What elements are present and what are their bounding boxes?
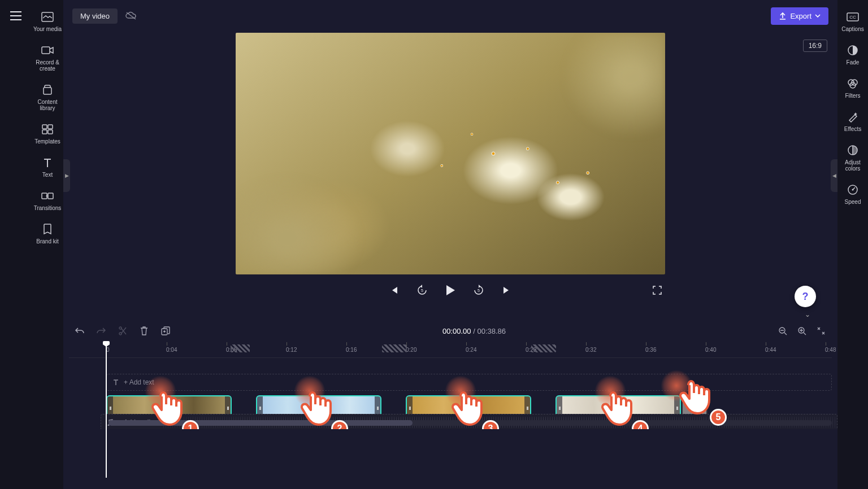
video-preview[interactable]: [236, 33, 665, 274]
ruler-tick: 0:48: [825, 342, 836, 357]
left-sidebar: Your media Record & create Content libra…: [32, 0, 63, 489]
undo-button[interactable]: [73, 325, 86, 337]
rpanel-label: Fade: [847, 59, 860, 66]
filters-icon: [846, 77, 860, 90]
sidebar-label: Brand kit: [36, 238, 58, 244]
chevron-down-icon: [815, 14, 821, 18]
ruler-tick: 0:40: [705, 342, 716, 357]
sidebar-item-brand-kit[interactable]: Brand kit: [32, 217, 63, 250]
sidebar-label: Content library: [33, 99, 62, 111]
sidebar-item-content-library[interactable]: Content library: [32, 77, 63, 117]
expand-right-panel[interactable]: ◀: [831, 159, 837, 192]
ruler-tick: 0:24: [466, 342, 476, 357]
zoom-in-button[interactable]: [796, 325, 808, 337]
aspect-ratio-badge[interactable]: 16:9: [803, 40, 827, 52]
current-time: 00:00.00: [442, 327, 471, 335]
skip-end-button[interactable]: [499, 282, 515, 298]
project-title[interactable]: My video: [72, 8, 118, 24]
help-collapse-icon[interactable]: ⌄: [805, 311, 810, 318]
tutorial-step-badge: 5: [710, 409, 727, 426]
rpanel-effects[interactable]: Effects: [837, 104, 868, 138]
sidebar-item-record-create[interactable]: Record & create: [32, 38, 63, 77]
text-track[interactable]: + Add text: [106, 374, 832, 391]
adjust-colors-icon: [846, 143, 860, 157]
duplicate-button[interactable]: [159, 325, 172, 337]
ruler-tick: 0:32: [585, 342, 596, 357]
rpanel-label: Effects: [844, 126, 861, 132]
export-button[interactable]: Export: [771, 7, 828, 25]
timeline-time-display: 00:00.00 / 00:38.86: [181, 327, 767, 335]
library-icon: [41, 83, 54, 97]
sidebar-item-templates[interactable]: Templates: [32, 117, 63, 150]
playback-controls: 5 5: [236, 282, 665, 298]
ruler-tick: 0:16: [346, 342, 357, 357]
svg-text:5: 5: [421, 289, 423, 292]
playhead[interactable]: [106, 342, 107, 478]
svg-rect-3: [42, 125, 47, 129]
text-track-label: + Add text: [124, 378, 154, 386]
sidebar-item-text[interactable]: Text: [32, 150, 63, 184]
sidebar-label: Record & create: [33, 59, 62, 72]
sidebar-label: Your media: [33, 26, 62, 32]
svg-text:5: 5: [478, 289, 480, 292]
rpanel-fade[interactable]: Fade: [837, 38, 868, 71]
redo-button[interactable]: [95, 325, 107, 337]
sidebar-label: Transitions: [34, 205, 62, 211]
captions-icon: CC: [846, 10, 860, 24]
svg-rect-2: [44, 88, 51, 94]
media-icon: [41, 10, 54, 24]
cloud-off-icon[interactable]: [125, 11, 137, 20]
play-button[interactable]: [442, 282, 458, 298]
timeline-ruler[interactable]: 00:040:080:120:160:200:240:280:320:360:4…: [69, 342, 832, 358]
ruler-tick: 0:12: [286, 342, 297, 357]
svg-rect-8: [48, 193, 53, 199]
rpanel-filters[interactable]: Filters: [837, 71, 868, 104]
rewind-5s-button[interactable]: 5: [414, 282, 430, 298]
ruler-selection-mark: [531, 344, 556, 352]
rpanel-label: Adjust colors: [839, 159, 867, 172]
delete-button[interactable]: [138, 325, 150, 337]
split-button[interactable]: [116, 325, 129, 337]
rpanel-label: Speed: [845, 199, 861, 205]
total-time: 00:38.86: [477, 327, 506, 335]
skip-start-button[interactable]: [386, 282, 402, 298]
fullscreen-button[interactable]: [649, 282, 665, 298]
upload-icon: [779, 12, 787, 20]
rpanel-adjust-colors[interactable]: Adjust colors: [837, 138, 868, 177]
svg-point-26: [852, 189, 854, 191]
effects-icon: [846, 110, 860, 124]
rpanel-label: Captions: [841, 26, 863, 32]
text-icon: [41, 156, 54, 169]
rpanel-speed[interactable]: Speed: [837, 177, 868, 211]
ruler-tick: 0:36: [645, 342, 656, 357]
ruler-tick: 0:20: [406, 342, 416, 357]
text-track-icon: [112, 379, 119, 386]
sidebar-label: Templates: [34, 138, 60, 145]
timeline-tracks: + Add text IIII IIII IIII Pampas grass I…: [63, 358, 837, 429]
sidebar-item-transitions[interactable]: Transitions: [32, 184, 63, 217]
rpanel-captions[interactable]: CC Captions: [837, 5, 868, 38]
zoom-out-button[interactable]: [776, 325, 789, 337]
brand-icon: [41, 222, 54, 236]
svg-text:CC: CC: [849, 15, 856, 20]
timeline-toolbar: 00:00.00 / 00:38.86: [63, 320, 837, 342]
transitions-icon: [41, 189, 54, 203]
menu-button[interactable]: [0, 0, 32, 32]
svg-rect-6: [48, 130, 53, 134]
rpanel-label: Filters: [845, 93, 860, 99]
fade-icon: [846, 43, 860, 57]
ruler-selection-mark: [231, 344, 250, 352]
svg-rect-4: [48, 125, 53, 129]
forward-5s-button[interactable]: 5: [471, 282, 487, 298]
svg-point-11: [119, 327, 121, 329]
camera-icon: [41, 43, 54, 57]
svg-rect-1: [42, 47, 50, 54]
zoom-fit-button[interactable]: [815, 325, 827, 337]
svg-point-12: [119, 333, 121, 335]
expand-left-panel[interactable]: ▶: [63, 159, 70, 192]
export-label: Export: [790, 12, 811, 20]
ruler-tick: 0:44: [765, 342, 776, 357]
help-button[interactable]: ?: [795, 286, 816, 307]
sidebar-item-your-media[interactable]: Your media: [32, 5, 63, 38]
right-sidebar: CC Captions Fade Filters Effects Adjust …: [837, 0, 868, 489]
